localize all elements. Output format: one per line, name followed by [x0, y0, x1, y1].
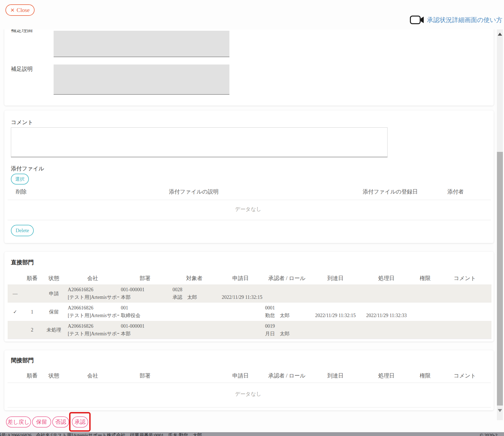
indirect-footer-divider [8, 407, 491, 407]
indirect-empty-text: データなし [235, 391, 262, 398]
cell-auth [412, 303, 438, 321]
cell-target [171, 321, 218, 339]
indirect-department-card: 間接部門 順番 状態 会社 部署 申請日 承認者 / ロール 到達日 処理日 権… [4, 350, 494, 410]
indirect-header-divider [8, 383, 491, 383]
cell-processed [361, 284, 412, 303]
scrollbar[interactable] [497, 29, 503, 420]
description-textarea [54, 65, 229, 95]
cell-approver: 0001勤怠 太郎 [263, 303, 310, 321]
indirect-col-processed: 処理日 [361, 370, 412, 381]
attachment-col-description: 添付ファイルの説明 [169, 188, 219, 195]
direct-department-title: 直接部門 [11, 259, 34, 266]
delete-attachment-button[interactable]: Delete [11, 225, 34, 236]
indirect-table-header: 順番 状態 会社 部署 申請日 承認者 / ロール 到達日 処理日 権限 コメン… [8, 370, 491, 381]
direct-col-order: 順番 [23, 273, 42, 284]
indirect-col-auth: 権限 [412, 370, 438, 381]
scrollbar-down-arrow-icon[interactable] [498, 409, 502, 412]
direct-col-applied: 申請日 [218, 273, 263, 284]
cell-status: 保留 [42, 303, 66, 321]
indirect-col-order: 順番 [23, 370, 42, 381]
cell-arrival: 2022/11/29 11:32:15 [310, 303, 361, 321]
cell-arrival [310, 321, 361, 339]
indirect-col-status: 状態 [42, 370, 66, 381]
attachments-label: 添付ファイル [11, 165, 44, 172]
indirect-col-comment: コメント [438, 370, 491, 381]
direct-table-header: 順番 状態 会社 部署 対象者 申請日 承認者 / ロール 到達日 処理日 権限… [8, 273, 491, 284]
status-bar-user-info: 番号:A206616826 会社名:[テスト用]Artemisサポート株式会社 … [0, 432, 202, 436]
comment-label: コメント [11, 119, 33, 126]
reason-textarea [54, 31, 229, 57]
direct-col-arrival: 到達日 [310, 273, 361, 284]
cell-dept: 001取締役会 [119, 303, 171, 321]
indirect-col-company: 会社 [66, 370, 119, 381]
attachments-empty-text: データなし [235, 206, 262, 213]
indirect-col-arrival: 到達日 [310, 370, 361, 381]
close-button-label: Close [17, 7, 30, 14]
cell-processed [361, 321, 412, 339]
cell-applied: 2022/11/29 11:32:15 [218, 284, 263, 303]
description-label: 補足説明 [11, 65, 33, 73]
cell-target [171, 303, 218, 321]
indirect-col-dept: 部署 [119, 370, 171, 381]
cell-company: A206616826[テスト用]Artemisサポー [66, 303, 119, 321]
direct-col-target: 対象者 [171, 273, 218, 284]
deny-button[interactable]: 否認 [52, 416, 69, 428]
video-camera-icon [410, 15, 424, 25]
row-marker-dash: — [8, 284, 23, 303]
comment-attachment-card: コメント 添付ファイル 選択 削除 添付ファイルの説明 添付ファイルの登録日 添… [4, 110, 494, 243]
cell-order [23, 284, 42, 303]
cell-target: 0028承認 太郎 [171, 284, 218, 303]
table-row: 2 未処理 A206616826[テスト用]Artemisサポー 001-000… [8, 321, 491, 339]
approve-button[interactable]: 承認 [72, 416, 88, 428]
cell-status: 未処理 [42, 321, 66, 339]
attachment-col-date: 添付ファイルの登録日 [363, 188, 418, 195]
cell-company: A206616826[テスト用]Artemisサポー [66, 284, 119, 303]
attachment-footer-divider [8, 220, 491, 220]
select-file-button[interactable]: 選択 [11, 174, 29, 185]
cell-comment [438, 303, 491, 321]
cell-applied [218, 321, 263, 339]
help-link-label: 承認状況詳細画面の使い方 [427, 16, 502, 24]
row-marker [8, 321, 23, 339]
cell-applied [218, 303, 263, 321]
cell-processed: 2022/11/29 11:32:33 [361, 303, 412, 321]
cell-order: 2 [23, 321, 42, 339]
direct-col-check [8, 273, 23, 284]
close-button[interactable]: ✕ Close [5, 4, 35, 16]
cell-comment [438, 321, 491, 339]
cell-comment [438, 284, 491, 303]
direct-col-auth: 権限 [412, 273, 438, 284]
attachment-header-divider [8, 200, 491, 200]
direct-col-dept: 部署 [119, 273, 171, 284]
cell-approver: 0019月日 太郎 [263, 321, 310, 339]
cell-status: 申請 [42, 284, 66, 303]
table-row: — 申請 A206616826[テスト用]Artemisサポー 001-0000… [8, 284, 491, 303]
indirect-col-spacer [171, 370, 218, 381]
cell-dept: 001-000001本部 [119, 284, 171, 303]
direct-col-comment: コメント [438, 273, 491, 284]
direct-col-approver: 承認者 / ロール [263, 273, 310, 284]
direct-col-processed: 処理日 [361, 273, 412, 284]
direct-col-company: 会社 [66, 273, 119, 284]
indirect-col-approver: 承認者 / ロール [263, 370, 310, 381]
close-icon: ✕ [10, 8, 15, 13]
remand-button[interactable]: 差し戻し [6, 416, 31, 428]
attachment-col-attacher: 添付者 [447, 188, 464, 195]
cell-arrival [310, 284, 361, 303]
scrollbar-up-arrow-icon[interactable] [498, 33, 502, 36]
status-bar-copyright: © 2020-2 [480, 432, 497, 436]
hold-button[interactable]: 保留 [32, 416, 51, 428]
attachment-col-delete: 削除 [16, 188, 27, 195]
scroll-content: 補足理由 補足説明 コメント 添付ファイル 選択 削除 添付ファイルの説明 添付… [0, 0, 504, 436]
status-bar: 番号:A206616826 会社名:[テスト用]Artemisサポート株式会社 … [0, 432, 504, 436]
direct-col-status: 状態 [42, 273, 66, 284]
indirect-col-applied: 申請日 [218, 370, 263, 381]
cell-company: A206616826[テスト用]Artemisサポー [66, 321, 119, 339]
reason-label: 補足理由 [11, 26, 33, 34]
help-link[interactable]: 承認状況詳細画面の使い方 [410, 14, 502, 26]
cell-dept: 001-000001本部 [119, 321, 171, 339]
comment-textarea[interactable] [11, 127, 388, 157]
scrollbar-thumb[interactable] [497, 152, 503, 406]
direct-department-card: 直接部門 順番 状態 会社 部署 対象者 申請日 承認者 / ロール 到達日 処… [4, 252, 494, 342]
indirect-department-title: 間接部門 [11, 357, 34, 364]
